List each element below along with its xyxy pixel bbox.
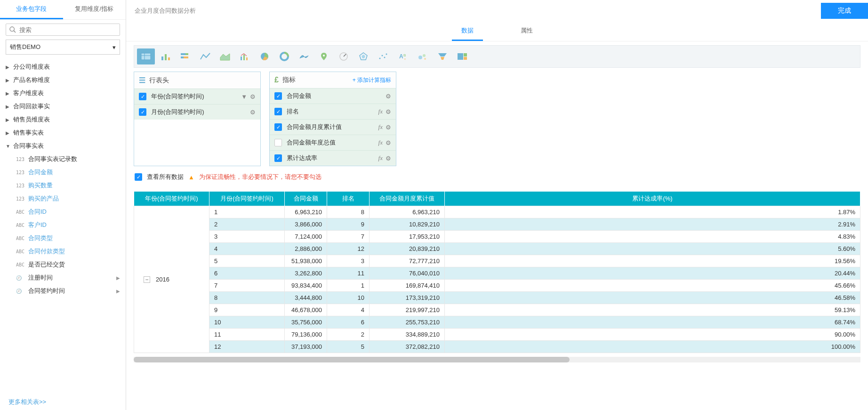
chart-type-word[interactable]: ABc bbox=[394, 48, 412, 64]
chart-type-area[interactable] bbox=[216, 48, 234, 64]
tree-node[interactable]: ▶销售事实表 bbox=[0, 126, 126, 139]
cell: 37,193,000 bbox=[285, 341, 327, 353]
tree-leaf[interactable]: 123购买数量 bbox=[0, 179, 126, 192]
tree-leaf[interactable]: ABC是否已经交货 bbox=[0, 258, 126, 271]
chart-type-map[interactable] bbox=[295, 48, 313, 64]
tree-leaf[interactable]: ABC合同ID bbox=[0, 205, 126, 218]
tree-leaf[interactable]: 🕘注册时间▶ bbox=[0, 271, 126, 284]
chart-type-bar[interactable] bbox=[157, 48, 175, 64]
chart-type-pie[interactable] bbox=[256, 48, 273, 64]
tab-data[interactable]: 数据 bbox=[452, 22, 483, 41]
cell: 11 bbox=[209, 329, 285, 341]
tree-node[interactable]: ▶产品名称维度 bbox=[0, 73, 126, 87]
chart-type-point-map[interactable] bbox=[315, 48, 333, 64]
gear-icon[interactable]: ⚙ bbox=[386, 108, 391, 115]
column-header[interactable]: 累计达成率(%) bbox=[445, 192, 860, 206]
gear-icon[interactable]: ⚙ bbox=[250, 109, 256, 116]
tree-leaf[interactable]: ABC客户ID bbox=[0, 218, 126, 232]
checkbox[interactable]: ✓ bbox=[139, 108, 146, 116]
checkbox[interactable]: ✓ bbox=[139, 93, 146, 100]
tree-leaf[interactable]: ABC合同付款类型 bbox=[0, 245, 126, 258]
cell: 5 bbox=[209, 255, 285, 267]
collapse-icon[interactable]: − bbox=[144, 276, 150, 283]
chart-type-stacked-bar[interactable] bbox=[177, 48, 194, 64]
cell: 2 bbox=[327, 329, 370, 341]
field-type-icon: ABC bbox=[16, 249, 28, 254]
field-label: 购买的产品 bbox=[28, 194, 59, 203]
chart-type-radar[interactable] bbox=[354, 48, 372, 64]
more-tables-link[interactable]: 更多相关表>> bbox=[0, 394, 126, 410]
tree-node[interactable]: ▼合同事实表 bbox=[0, 139, 126, 153]
scrollbar-thumb[interactable] bbox=[134, 357, 570, 362]
column-header[interactable]: 年份(合同签约时间) bbox=[134, 192, 209, 206]
chart-type-table[interactable] bbox=[137, 48, 155, 64]
svg-rect-11 bbox=[184, 56, 188, 58]
svg-rect-14 bbox=[243, 55, 245, 60]
table-row: 23,866,000910,829,2102.91% bbox=[134, 218, 860, 231]
metric-item[interactable]: ✓排名fx⚙ bbox=[270, 104, 396, 119]
field-label: 合同类型 bbox=[28, 234, 53, 242]
checkbox[interactable]: ✓ bbox=[274, 92, 282, 100]
filter-icon[interactable]: ▼ bbox=[241, 93, 247, 100]
gear-icon[interactable]: ⚙ bbox=[386, 155, 391, 162]
tree-leaf[interactable]: 🕘合同签约时间▶ bbox=[0, 284, 126, 297]
metric-item[interactable]: ✓合同金额月度累计值fx⚙ bbox=[270, 119, 396, 135]
tree-node[interactable]: ▶销售员维度表 bbox=[0, 113, 126, 126]
gear-icon[interactable]: ⚙ bbox=[386, 139, 391, 146]
tree-node[interactable]: ▶合同回款事实 bbox=[0, 100, 126, 113]
row-dimension-item[interactable]: ✓月份(合同签约时间)⚙ bbox=[134, 104, 260, 120]
cell: 17,953,210 bbox=[370, 231, 445, 243]
gear-icon[interactable]: ⚙ bbox=[250, 93, 256, 100]
cell: 20,839,210 bbox=[370, 243, 445, 255]
checkbox[interactable]: ✓ bbox=[274, 123, 282, 131]
column-header[interactable]: 合同金额月度累计值 bbox=[370, 192, 445, 206]
view-all-checkbox[interactable]: ✓ bbox=[135, 173, 142, 181]
tree-node[interactable]: ▶分公司维度表 bbox=[0, 60, 126, 73]
tree-leaf[interactable]: 123合同金额 bbox=[0, 166, 126, 179]
checkbox[interactable] bbox=[274, 139, 282, 146]
column-header[interactable]: 排名 bbox=[327, 192, 370, 206]
search-input[interactable] bbox=[19, 26, 117, 33]
chart-type-treemap[interactable] bbox=[453, 48, 471, 64]
chart-type-funnel[interactable] bbox=[434, 48, 451, 64]
metric-item[interactable]: ✓累计达成率fx⚙ bbox=[270, 150, 396, 166]
gear-icon[interactable]: ⚙ bbox=[386, 93, 391, 100]
svg-point-32 bbox=[424, 58, 426, 60]
row-dimension-item[interactable]: ✓年份(合同签约时间)▼⚙ bbox=[134, 88, 260, 104]
cell: 12 bbox=[209, 341, 285, 353]
sidebar-tab-reuse[interactable]: 复用维度/指标 bbox=[63, 0, 126, 19]
search-box[interactable] bbox=[6, 24, 120, 36]
datasource-value: 销售DEMO bbox=[10, 43, 40, 51]
chart-type-combo[interactable] bbox=[236, 48, 254, 64]
checkbox[interactable]: ✓ bbox=[274, 108, 282, 115]
chart-type-gauge[interactable] bbox=[335, 48, 353, 64]
table-row: 1035,756,0006255,753,21068.74% bbox=[134, 316, 860, 329]
sidebar-tab-fields[interactable]: 业务包字段 bbox=[0, 0, 63, 19]
tree-node[interactable]: ▶客户维度表 bbox=[0, 87, 126, 100]
caret-icon: ▶ bbox=[6, 130, 11, 136]
chart-type-bubble[interactable] bbox=[414, 48, 432, 64]
done-button[interactable]: 完成 bbox=[821, 3, 868, 19]
chart-type-line[interactable] bbox=[196, 48, 214, 64]
tree-leaf[interactable]: ABC合同类型 bbox=[0, 232, 126, 245]
gear-icon[interactable]: ⚙ bbox=[386, 124, 391, 131]
column-header[interactable]: 合同金额 bbox=[285, 192, 327, 206]
add-calc-metric-link[interactable]: + 添加计算指标 bbox=[353, 76, 391, 84]
cell: 45.66% bbox=[445, 280, 860, 292]
svg-marker-34 bbox=[441, 57, 444, 60]
tree-leaf[interactable]: 123合同事实表记录数 bbox=[0, 153, 126, 166]
horizontal-scrollbar[interactable] bbox=[134, 357, 860, 362]
tree-leaf[interactable]: 123购买的产品 bbox=[0, 192, 126, 205]
chevron-right-icon: ▶ bbox=[116, 275, 120, 281]
checkbox[interactable]: ✓ bbox=[274, 154, 282, 162]
metric-item[interactable]: ✓合同金额⚙ bbox=[270, 88, 396, 104]
cell: 372,082,210 bbox=[370, 341, 445, 353]
tab-attributes[interactable]: 属性 bbox=[511, 22, 542, 41]
svg-point-31 bbox=[423, 54, 426, 57]
datasource-select[interactable]: 销售DEMO ▾ bbox=[6, 40, 120, 55]
cell: 169,874,410 bbox=[370, 280, 445, 292]
chart-type-donut[interactable] bbox=[275, 48, 293, 64]
column-header[interactable]: 月份(合同签约时间) bbox=[209, 192, 285, 206]
metric-item[interactable]: 合同金额年度总值fx⚙ bbox=[270, 135, 396, 150]
chart-type-scatter[interactable] bbox=[374, 48, 392, 64]
